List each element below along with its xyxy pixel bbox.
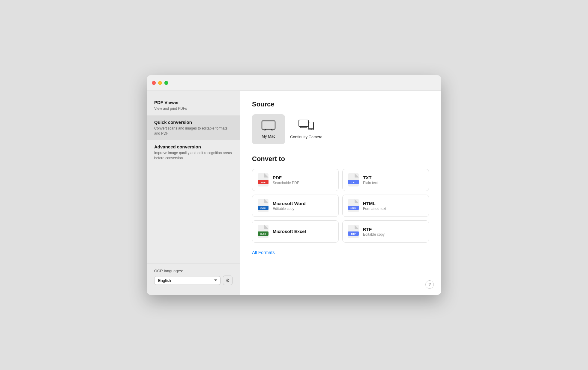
html-desc: Formatted text — [363, 207, 386, 211]
pdf-text: PDF Searchable PDF — [273, 175, 299, 185]
svg-text:DOC: DOC — [260, 207, 266, 210]
format-grid: PDF PDF Searchable PDF TXT — [252, 169, 429, 243]
main-content: Source My Mac — [240, 91, 441, 295]
html-name: HTML — [363, 201, 386, 206]
sidebar: PDF Viewer View and print PDFs Quick con… — [147, 91, 240, 295]
source-continuity-camera-label: Continuity Camera — [290, 135, 322, 139]
svg-text:HTML: HTML — [350, 207, 356, 209]
format-rtf[interactable]: RTF RTF Editable copy — [342, 220, 429, 243]
svg-text:XLSX: XLSX — [260, 233, 266, 235]
app-window: PDF Viewer View and print PDFs Quick con… — [147, 75, 441, 295]
svg-rect-0 — [262, 121, 275, 129]
pdf-name: PDF — [273, 175, 299, 180]
excel-text: Microsoft Excel — [273, 229, 306, 234]
sidebar-item-advanced-conversion-desc: Improve image quality and edit recogniti… — [154, 151, 232, 161]
svg-text:TXT: TXT — [351, 181, 356, 184]
ocr-controls: English French German Spanish ⚙ — [154, 276, 232, 285]
excel-name: Microsoft Excel — [273, 229, 306, 234]
content-area: PDF Viewer View and print PDFs Quick con… — [147, 91, 441, 295]
sidebar-item-quick-conversion[interactable]: Quick conversion Convert scans and image… — [147, 115, 240, 140]
format-excel[interactable]: XLSX Microsoft Excel — [252, 220, 339, 243]
format-txt[interactable]: TXT TXT Plain text — [342, 169, 429, 191]
html-icon: HTML — [348, 199, 359, 212]
help-button[interactable]: ? — [425, 280, 434, 289]
sidebar-item-pdf-viewer[interactable]: PDF Viewer View and print PDFs — [147, 96, 240, 115]
pdf-icon: PDF — [258, 173, 268, 186]
rtf-desc: Editable copy — [363, 232, 385, 237]
sidebar-item-quick-conversion-title: Quick conversion — [154, 120, 232, 125]
source-options: My Mac Continuity Camer — [252, 114, 429, 144]
close-button[interactable] — [152, 81, 156, 85]
txt-icon: TXT — [348, 173, 359, 186]
source-continuity-camera[interactable]: Continuity Camera — [290, 114, 323, 144]
sidebar-item-pdf-viewer-title: PDF Viewer — [154, 100, 232, 105]
rtf-icon: RTF — [348, 225, 359, 238]
sidebar-item-pdf-viewer-desc: View and print PDFs — [154, 106, 232, 111]
word-name: Microsoft Word — [273, 201, 306, 206]
svg-point-10 — [311, 129, 312, 130]
maximize-button[interactable] — [164, 81, 168, 85]
help-icon: ? — [428, 282, 431, 287]
rtf-text: RTF Editable copy — [363, 227, 385, 237]
svg-text:PDF: PDF — [261, 181, 266, 184]
doc-icon: DOC — [258, 199, 268, 212]
gear-icon: ⚙ — [226, 278, 230, 283]
word-text: Microsoft Word Editable copy — [273, 201, 306, 211]
word-desc: Editable copy — [273, 207, 306, 211]
convert-to-title: Convert to — [252, 155, 429, 163]
ocr-language-select[interactable]: English French German Spanish — [154, 276, 220, 285]
titlebar — [147, 75, 441, 91]
format-pdf[interactable]: PDF PDF Searchable PDF — [252, 169, 339, 191]
format-html[interactable]: HTML HTML Formatted text — [342, 195, 429, 217]
sidebar-item-advanced-conversion-title: Advanced conversion — [154, 144, 232, 149]
txt-name: TXT — [363, 175, 378, 180]
rtf-name: RTF — [363, 227, 385, 232]
sidebar-item-advanced-conversion[interactable]: Advanced conversion Improve image qualit… — [147, 140, 240, 165]
source-my-mac[interactable]: My Mac — [252, 114, 285, 144]
xlsx-icon: XLSX — [258, 225, 268, 238]
monitor-icon — [261, 120, 276, 132]
minimize-button[interactable] — [158, 81, 162, 85]
sidebar-item-quick-conversion-desc: Convert scans and images to editable for… — [154, 126, 232, 136]
svg-rect-4 — [299, 120, 308, 127]
txt-text: TXT Plain text — [363, 175, 378, 185]
txt-desc: Plain text — [363, 181, 378, 185]
continuity-camera-icon — [298, 120, 314, 132]
html-text: HTML Formatted text — [363, 201, 386, 211]
pdf-desc: Searchable PDF — [273, 181, 299, 185]
svg-text:RTF: RTF — [351, 233, 356, 235]
format-word[interactable]: DOC Microsoft Word Editable copy — [252, 195, 339, 217]
source-my-mac-label: My Mac — [262, 134, 275, 139]
all-formats-link[interactable]: All Formats — [252, 250, 275, 255]
ocr-label: OCR languages: — [154, 269, 232, 273]
ocr-settings-button[interactable]: ⚙ — [223, 276, 232, 285]
ocr-section: OCR languages: English French German Spa… — [147, 264, 240, 290]
source-title: Source — [252, 100, 429, 108]
